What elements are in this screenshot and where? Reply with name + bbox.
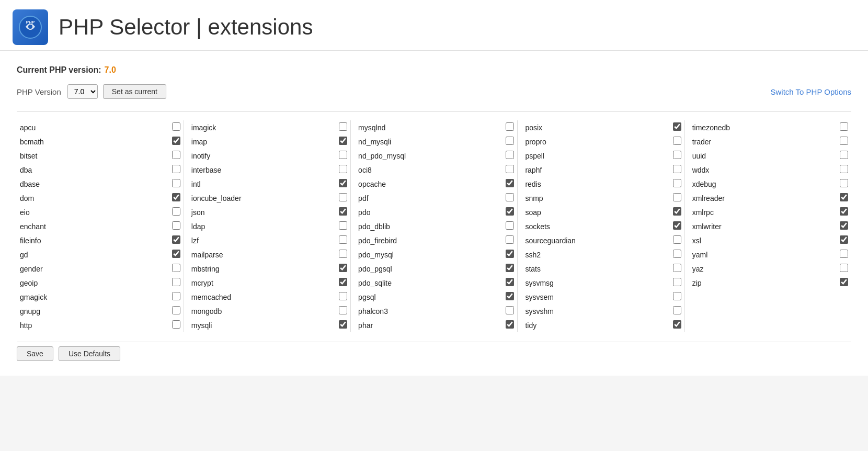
ext-checkbox[interactable] xyxy=(506,137,514,145)
ext-checkbox[interactable] xyxy=(172,122,180,131)
ext-checkbox[interactable] xyxy=(506,122,514,131)
version-select[interactable]: 5.45.55.67.07.17.27.37.48.08.1 xyxy=(67,84,98,99)
ext-checkbox[interactable] xyxy=(840,137,848,145)
ext-checkbox[interactable] xyxy=(339,264,347,272)
ext-checkbox[interactable] xyxy=(172,179,180,187)
ext-checkbox[interactable] xyxy=(673,250,681,258)
ext-checkbox[interactable] xyxy=(840,193,848,201)
ext-checkbox[interactable] xyxy=(339,320,347,329)
ext-checkbox[interactable] xyxy=(172,137,180,145)
ext-checkbox[interactable] xyxy=(172,278,180,286)
ext-checkbox[interactable] xyxy=(339,235,347,244)
ext-checkbox[interactable] xyxy=(840,165,848,173)
ext-checkbox[interactable] xyxy=(840,278,848,286)
ext-checkbox[interactable] xyxy=(172,193,180,201)
ext-checkbox[interactable] xyxy=(840,122,848,131)
ext-checkbox[interactable] xyxy=(506,292,514,300)
ext-name-label: bitset xyxy=(17,149,169,163)
ext-checkbox[interactable] xyxy=(172,292,180,300)
ext-checkbox[interactable] xyxy=(673,165,681,173)
ext-name-label: intl xyxy=(184,177,336,191)
ext-checkbox[interactable] xyxy=(506,221,514,230)
ext-checkbox[interactable] xyxy=(673,193,681,201)
ext-checkbox[interactable] xyxy=(172,221,180,230)
ext-checkbox[interactable] xyxy=(506,151,514,159)
table-row: dbainterbaseoci8raphfwddx xyxy=(17,163,851,177)
ext-checkbox[interactable] xyxy=(673,221,681,230)
use-defaults-button[interactable]: Use Defaults xyxy=(59,346,120,361)
ext-checkbox-cell xyxy=(837,262,851,276)
ext-checkbox[interactable] xyxy=(506,207,514,216)
ext-checkbox[interactable] xyxy=(339,207,347,216)
ext-checkbox[interactable] xyxy=(506,306,514,314)
ext-checkbox[interactable] xyxy=(673,137,681,145)
ext-checkbox[interactable] xyxy=(172,250,180,258)
ext-name-label: sysvsem xyxy=(518,290,670,304)
ext-checkbox[interactable] xyxy=(673,179,681,187)
ext-checkbox[interactable] xyxy=(840,179,848,187)
ext-checkbox[interactable] xyxy=(172,165,180,173)
ext-checkbox[interactable] xyxy=(673,264,681,272)
ext-checkbox[interactable] xyxy=(840,235,848,244)
ext-checkbox-cell xyxy=(336,233,351,247)
ext-name-label: memcached xyxy=(184,290,336,304)
ext-checkbox[interactable] xyxy=(673,292,681,300)
ext-checkbox[interactable] xyxy=(339,137,347,145)
ext-name-label: pdo_dblib xyxy=(351,219,503,233)
ext-checkbox-cell xyxy=(502,276,518,290)
ext-checkbox[interactable] xyxy=(339,165,347,173)
ext-checkbox[interactable] xyxy=(840,207,848,216)
current-version-label: Current PHP version: xyxy=(17,65,101,75)
ext-checkbox[interactable] xyxy=(339,122,347,131)
ext-checkbox[interactable] xyxy=(840,221,848,230)
ext-checkbox[interactable] xyxy=(506,193,514,201)
ext-checkbox-cell xyxy=(502,149,518,163)
ext-checkbox-cell xyxy=(670,276,685,290)
ext-checkbox[interactable] xyxy=(506,179,514,187)
ext-checkbox[interactable] xyxy=(339,278,347,286)
ext-checkbox[interactable] xyxy=(840,151,848,159)
ext-checkbox[interactable] xyxy=(673,151,681,159)
ext-checkbox[interactable] xyxy=(506,320,514,329)
ext-checkbox[interactable] xyxy=(339,306,347,314)
ext-checkbox[interactable] xyxy=(673,320,681,329)
set-current-button[interactable]: Set as current xyxy=(103,84,166,99)
ext-checkbox[interactable] xyxy=(339,193,347,201)
ext-name-label: sysvmsg xyxy=(518,276,670,290)
ext-checkbox[interactable] xyxy=(339,250,347,258)
ext-checkbox-cell xyxy=(837,191,851,205)
ext-checkbox[interactable] xyxy=(673,235,681,244)
ext-checkbox[interactable] xyxy=(506,278,514,286)
ext-checkbox[interactable] xyxy=(339,221,347,230)
ext-checkbox[interactable] xyxy=(673,122,681,131)
ext-checkbox-cell xyxy=(502,318,518,332)
ext-checkbox[interactable] xyxy=(506,165,514,173)
ext-checkbox[interactable] xyxy=(506,250,514,258)
ext-checkbox[interactable] xyxy=(673,207,681,216)
ext-checkbox[interactable] xyxy=(172,151,180,159)
ext-name-label: sockets xyxy=(518,219,670,233)
ext-checkbox[interactable] xyxy=(840,250,848,258)
ext-name-label: redis xyxy=(518,177,670,191)
ext-checkbox[interactable] xyxy=(673,306,681,314)
ext-checkbox[interactable] xyxy=(506,235,514,244)
ext-name-label: mysqli xyxy=(184,318,336,332)
ext-checkbox-cell xyxy=(169,149,184,163)
ext-checkbox[interactable] xyxy=(172,235,180,244)
ext-checkbox-cell xyxy=(502,262,518,276)
ext-checkbox[interactable] xyxy=(673,278,681,286)
ext-checkbox[interactable] xyxy=(339,179,347,187)
ext-checkbox[interactable] xyxy=(172,320,180,329)
ext-checkbox-cell xyxy=(502,120,518,134)
save-button[interactable]: Save xyxy=(17,346,53,361)
ext-name-label: dbase xyxy=(17,177,169,191)
ext-checkbox[interactable] xyxy=(339,151,347,159)
ext-checkbox[interactable] xyxy=(172,264,180,272)
ext-checkbox[interactable] xyxy=(172,306,180,314)
ext-checkbox[interactable] xyxy=(172,207,180,216)
ext-checkbox[interactable] xyxy=(506,264,514,272)
ext-checkbox[interactable] xyxy=(339,292,347,300)
ext-checkbox[interactable] xyxy=(840,264,848,272)
ext-name-label: imagick xyxy=(184,120,336,134)
switch-to-php-options-link[interactable]: Switch To PHP Options xyxy=(770,87,851,96)
